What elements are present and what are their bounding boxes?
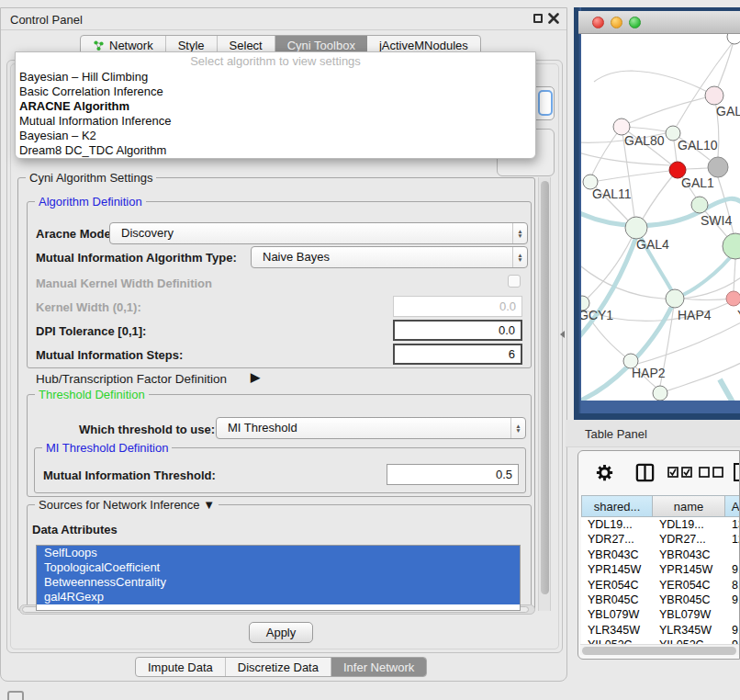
table-row[interactable]: YLR345WYLR345W9. — [581, 623, 740, 638]
list-item-topologicalcoefficient[interactable]: TopologicalCoefficient — [37, 560, 520, 575]
table-body: YDL19...YDL19...13 YDR27...YDR27...12 YB… — [581, 517, 740, 644]
sources-title: Sources for Network Inference ▼ — [35, 498, 219, 512]
table-row[interactable]: YER054CYER054C8. — [581, 578, 740, 593]
popup-item-aracne[interactable]: ARACNE Algorithm — [16, 99, 535, 114]
node-label: GCY1 — [581, 308, 613, 322]
node-label: SWI4 — [701, 213, 732, 228]
popup-prompt: Select algorithm to view settings — [16, 52, 535, 70]
column-header-name[interactable]: name — [653, 495, 725, 517]
node-label: GAL1 — [681, 175, 714, 190]
float-window-icon[interactable] — [533, 14, 543, 23]
column-split-icon[interactable] — [634, 462, 656, 483]
table-row[interactable]: YBR045CYBR045C9. — [581, 593, 740, 607]
data-attributes-list: SelfLoops TopologicalCoefficient Between… — [36, 545, 521, 611]
aracne-mode-label: Aracne Mode: — [36, 227, 115, 241]
cyni-bottom-tabbar: Impute Data Discretize Data Infer Networ… — [135, 657, 427, 677]
table-row[interactable]: YDL19...YDL19...13 — [581, 517, 740, 532]
zoom-traffic-light-icon[interactable] — [629, 17, 641, 28]
network-view-window: GAL GAL80 GAL10 GAL1 GAL11 SWI4 GAL4 GCY… — [574, 7, 740, 420]
settings-gear-icon[interactable] — [594, 462, 615, 483]
popup-item-basic-correlation[interactable]: Basic Correlation Inference — [16, 85, 535, 99]
control-panel-titlebar: Control Panel — [1, 8, 566, 30]
sources-collapse-arrow-icon[interactable]: ▼ — [203, 498, 215, 512]
node-swi4[interactable] — [691, 197, 708, 213]
aracne-mode-value: Discovery — [121, 226, 174, 240]
table-panel-titlebar: Table Panel — [566, 420, 740, 447]
settings-vertical-scrollbar[interactable] — [538, 177, 551, 611]
aracne-mode-combobox[interactable]: Discovery ▲▼ — [109, 222, 528, 244]
mi-algorithm-type-label: Mutual Information Algorithm Type: — [36, 251, 237, 265]
mi-steps-field[interactable] — [393, 344, 522, 365]
threshold-definition-title: Threshold Definition — [35, 388, 149, 401]
tab-network-label: Network — [109, 39, 153, 52]
column-header-partial[interactable]: A — [725, 495, 740, 517]
hub-definition-label[interactable]: Hub/Transcription Factor Definition — [36, 372, 227, 386]
hub-expand-arrow-icon[interactable]: ▶ — [251, 370, 260, 384]
network-canvas[interactable]: GAL GAL80 GAL10 GAL1 GAL11 SWI4 GAL4 GCY… — [581, 34, 740, 401]
node[interactable] — [727, 34, 740, 44]
list-item-selfloops[interactable]: SelfLoops — [37, 546, 520, 560]
data-attributes-label: Data Attributes — [32, 523, 118, 536]
table-horizontal-scrollbar[interactable] — [580, 644, 739, 655]
control-panel-title: Control Panel — [10, 13, 83, 27]
table-panel-window: shared... name A YDL19...YDL19...13 YDR2… — [577, 450, 740, 660]
table-row[interactable]: YBR043CYBR043C — [581, 548, 740, 562]
column-header-shared-name[interactable]: shared... — [581, 495, 653, 517]
close-icon[interactable] — [548, 13, 559, 24]
kernel-width-label: Kernel Width (0,1): — [36, 300, 141, 314]
node-label: HAP2 — [632, 366, 666, 380]
node-salmon[interactable] — [726, 291, 740, 306]
node-green-large[interactable] — [723, 233, 740, 259]
table-row[interactable]: YDR27...YDR27...12 — [581, 532, 740, 547]
minimize-traffic-light-icon[interactable] — [611, 17, 622, 28]
mi-steps-label: Mutual Information Steps: — [36, 348, 183, 362]
columns-checked-icon[interactable] — [667, 467, 693, 479]
dpi-tolerance-label: DPI Tolerance [0,1]: — [36, 324, 146, 338]
document-icon[interactable] — [733, 463, 740, 481]
mi-threshold-field[interactable] — [387, 464, 519, 485]
node-label: GAL4 — [636, 237, 669, 252]
tab-discretize-data[interactable]: Discretize Data — [226, 658, 331, 676]
mi-algorithm-type-value: Naive Bayes — [263, 250, 330, 264]
node-gal2[interactable] — [705, 86, 723, 105]
popup-item-dream8[interactable]: Dream8 DC_TDC Algorithm — [16, 143, 535, 158]
popup-item-mutual-information[interactable]: Mutual Information Inference — [16, 114, 535, 129]
table-row[interactable]: YPR145WYPR145W9. — [581, 562, 740, 577]
which-threshold-combobox[interactable]: MI Threshold ▲▼ — [216, 417, 526, 439]
kernel-width-field[interactable] — [393, 296, 522, 317]
node-gray[interactable] — [708, 157, 728, 177]
tab-infer-network[interactable]: Infer Network — [331, 658, 426, 676]
network-icon — [93, 40, 105, 51]
node-bottom[interactable] — [653, 386, 667, 401]
mi-algorithm-type-combobox[interactable]: Naive Bayes ▲▼ — [251, 246, 528, 268]
dpi-tolerance-field[interactable] — [393, 320, 522, 341]
stepper-arrows-icon: ▲▼ — [512, 223, 527, 243]
apply-button[interactable]: Apply — [249, 622, 313, 643]
node-hap4[interactable] — [666, 289, 684, 308]
table-row[interactable]: YBL079WYBL079W — [581, 607, 740, 622]
node-label: GAL — [716, 104, 740, 119]
popup-item-bayesian-hill-climbing[interactable]: Bayesian – Hill Climbing — [16, 70, 535, 85]
which-threshold-label: Which threshold to use: — [79, 423, 215, 436]
network-node-labels: GAL GAL80 GAL10 GAL1 GAL11 SWI4 GAL4 GCY… — [581, 104, 740, 380]
algorithm-select-popup: Select algorithm to view settings Bayesi… — [15, 51, 536, 159]
manual-kernel-width-label: Manual Kernel Width Definition — [36, 277, 212, 290]
list-item-betweennesscentrality[interactable]: BetweennessCentrality — [37, 575, 520, 590]
columns-unchecked-icon[interactable] — [699, 467, 724, 479]
table-row[interactable]: YIL052CYIL052C9. — [581, 638, 740, 644]
mi-threshold-label: Mutual Information Threshold: — [43, 469, 216, 482]
algorithm-combobox-focus-ring — [538, 90, 553, 116]
popup-item-bayesian-k2[interactable]: Bayesian – K2 — [16, 129, 535, 143]
node-label: GAL10 — [678, 138, 718, 152]
node-gal4[interactable] — [625, 217, 647, 239]
tab-impute-data[interactable]: Impute Data — [136, 658, 226, 676]
cyni-algorithm-settings-title: Cyni Algorithm Settings — [26, 171, 156, 185]
table-panel-title: Table Panel — [585, 427, 647, 441]
splitpane-collapse-handle[interactable] — [560, 331, 565, 338]
manual-kernel-width-checkbox[interactable] — [508, 275, 521, 288]
table-horizontal-scrollbar-thumb[interactable] — [582, 647, 736, 655]
node-label: HAP4 — [678, 308, 712, 322]
close-traffic-light-icon[interactable] — [592, 17, 604, 28]
list-item-gal4rgexp[interactable]: gal4RGexp — [37, 590, 520, 604]
minimized-panel-icon[interactable] — [7, 691, 24, 700]
